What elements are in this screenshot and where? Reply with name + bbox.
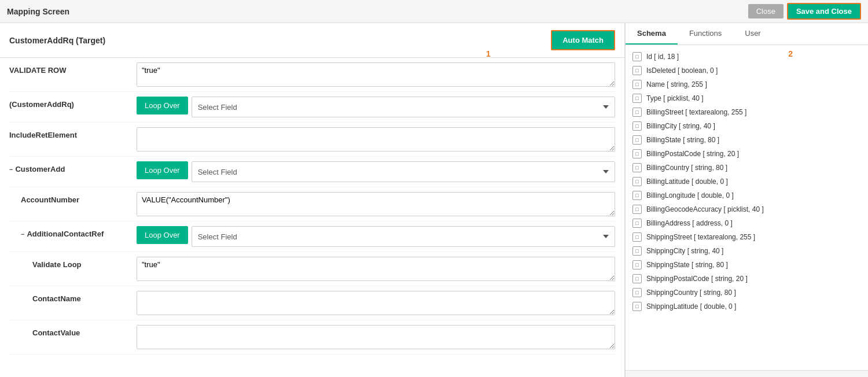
include-ret-textarea[interactable] [137, 127, 615, 151]
field-label: IncludeRetElement [9, 127, 137, 139]
field-type-icon: □ [632, 177, 642, 186]
tab-user[interactable]: User [733, 23, 772, 45]
field-type-icon: □ [632, 108, 642, 117]
field-label: ContactValue [9, 325, 137, 337]
contact-value-textarea[interactable] [137, 325, 615, 349]
table-row: ContactName [9, 286, 615, 320]
schema-field-name: Type [ picklist, 40 ] [646, 94, 704, 102]
field-label: Validate Loop [9, 257, 137, 269]
list-item[interactable]: □ShippingStreet [ textarealong, 255 ] [626, 230, 868, 244]
field-label: AccountNumber [9, 192, 137, 204]
list-item[interactable]: □BillingCountry [ string, 80 ] [626, 161, 868, 175]
field-type-icon: □ [632, 94, 642, 103]
save-close-button[interactable]: Save and Close [787, 3, 861, 20]
row-content [137, 291, 615, 315]
list-item[interactable]: □IsDeleted [ boolean, 0 ] [626, 64, 868, 77]
collapse-icon[interactable]: − [9, 166, 13, 173]
row-content: "true" [137, 257, 615, 281]
field-type-icon: □ [632, 191, 642, 200]
target-title: CustomerAddRq (Target) [9, 36, 105, 45]
loop-over-button[interactable]: Loop Over [137, 97, 188, 114]
field-type-icon: □ [632, 205, 642, 214]
loop-over-button[interactable]: Loop Over [137, 226, 188, 244]
header: Mapping Screen Close Save and Close [0, 0, 868, 23]
additional-contact-select[interactable]: Select Field [192, 226, 615, 247]
badge-1: 1 [486, 49, 491, 58]
schema-field-name: BillingState [ string, 80 ] [646, 136, 719, 144]
horizontal-scrollbar[interactable] [626, 370, 868, 377]
header-buttons: Close Save and Close [748, 3, 861, 20]
close-button[interactable]: Close [748, 4, 784, 19]
loop-over-button[interactable]: Loop Over [137, 161, 188, 179]
list-item[interactable]: □BillingGeocodeAccuracy [ picklist, 40 ] [626, 202, 868, 216]
field-label: ContactName [9, 291, 137, 303]
list-item[interactable]: □BillingCity [ string, 40 ] [626, 119, 868, 133]
list-item[interactable]: □BillingState [ string, 80 ] [626, 133, 868, 147]
mapping-rows: VALIDATE ROW "true" (CustomerAddRq) Loop… [0, 58, 624, 354]
field-label: −CustomerAdd [9, 161, 137, 173]
auto-match-button[interactable]: Auto Match [551, 30, 615, 50]
collapse-icon[interactable]: − [21, 231, 24, 238]
field-type-icon: □ [632, 163, 642, 172]
list-item[interactable]: □BillingAddress [ address, 0 ] [626, 216, 868, 230]
list-item[interactable]: □ShippingLatitude [ double, 0 ] [626, 300, 868, 313]
field-label: (CustomerAddRq) [9, 97, 137, 109]
field-type-icon: □ [632, 149, 642, 158]
tab-schema[interactable]: Schema [626, 23, 678, 45]
field-type-icon: □ [632, 135, 642, 145]
account-number-textarea[interactable]: VALUE("AccountNumber") [137, 192, 615, 216]
list-item[interactable]: □ShippingState [ string, 80 ] [626, 258, 868, 272]
main-container: 1 2 CustomerAddRq (Target) Auto Match VA… [0, 23, 868, 377]
schema-field-name: BillingAddress [ address, 0 ] [646, 219, 733, 227]
tab-functions[interactable]: Functions [678, 23, 733, 45]
field-type-icon: □ [632, 232, 642, 242]
left-panel: CustomerAddRq (Target) Auto Match VALIDA… [0, 23, 625, 377]
schema-field-name: IsDeleted [ boolean, 0 ] [646, 66, 718, 75]
table-row: ContactValue [9, 320, 615, 354]
field-type-icon: □ [632, 274, 642, 283]
validate-row-textarea[interactable]: "true" [137, 62, 615, 87]
list-item[interactable]: □ShippingCountry [ string, 80 ] [626, 286, 868, 300]
field-type-icon: □ [632, 302, 642, 311]
schema-field-name: BillingLatitude [ double, 0 ] [646, 178, 728, 186]
list-item[interactable]: □BillingLongitude [ double, 0 ] [626, 188, 868, 202]
row-content [137, 325, 615, 349]
table-row: IncludeRetElement [9, 123, 615, 157]
right-tabs: Schema Functions User [626, 23, 868, 45]
schema-field-name: BillingLongitude [ double, 0 ] [646, 191, 734, 199]
list-item[interactable]: □Name [ string, 255 ] [626, 77, 868, 91]
list-item[interactable]: □ShippingCity [ string, 40 ] [626, 244, 868, 258]
field-type-icon: □ [632, 219, 642, 228]
schema-field-name: Name [ string, 255 ] [646, 80, 707, 88]
list-item[interactable]: □BillingLatitude [ double, 0 ] [626, 175, 868, 188]
contact-name-textarea[interactable] [137, 291, 615, 315]
schema-field-name: Id [ id, 18 ] [646, 53, 679, 61]
row-content: Loop Over Select Field [137, 226, 615, 247]
list-item[interactable]: □BillingPostalCode [ string, 20 ] [626, 147, 868, 161]
table-row: (CustomerAddRq) Loop Over Select Field [9, 92, 615, 123]
field-label: −AdditionalContactRef [9, 226, 137, 238]
schema-field-name: ShippingState [ string, 80 ] [646, 261, 728, 269]
schema-field-name: BillingCountry [ string, 80 ] [646, 164, 727, 172]
field-type-icon: □ [632, 260, 642, 269]
schema-field-name: BillingStreet [ textarealong, 255 ] [646, 108, 746, 116]
list-item[interactable]: □Type [ picklist, 40 ] [626, 91, 868, 105]
table-row: −CustomerAdd Loop Over Select Field [9, 157, 615, 187]
schema-field-name: ShippingCity [ string, 40 ] [646, 247, 723, 255]
right-panel: Schema Functions User □Id [ id, 18 ]□IsD… [625, 23, 868, 377]
list-item[interactable]: □BillingStreet [ textarealong, 255 ] [626, 105, 868, 119]
row-content: Loop Over Select Field [137, 97, 615, 117]
page-title: Mapping Screen [7, 7, 69, 16]
list-item[interactable]: □ShippingPostalCode [ string, 20 ] [626, 272, 868, 286]
schema-field-name: ShippingStreet [ textarealong, 255 ] [646, 233, 755, 241]
customer-addrq-select[interactable]: Select Field [192, 97, 615, 117]
customer-add-select[interactable]: Select Field [192, 161, 615, 182]
table-row: VALIDATE ROW "true" [9, 58, 615, 92]
list-item[interactable]: □Id [ id, 18 ] [626, 50, 868, 64]
row-content: "true" [137, 62, 615, 87]
table-row: −AdditionalContactRef Loop Over Select F… [9, 221, 615, 252]
schema-field-name: ShippingCountry [ string, 80 ] [646, 289, 736, 297]
field-type-icon: □ [632, 246, 642, 256]
table-row: AccountNumber VALUE("AccountNumber") [9, 187, 615, 221]
validate-loop-textarea[interactable]: "true" [137, 257, 615, 281]
